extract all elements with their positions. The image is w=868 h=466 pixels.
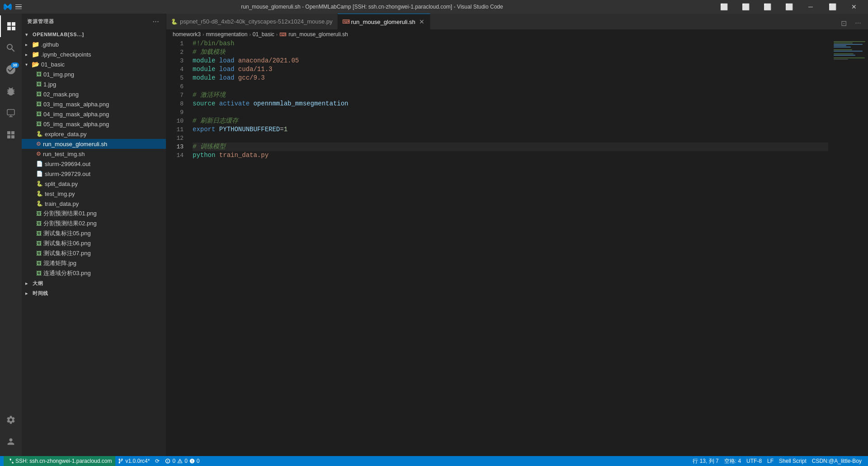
- file-tree-item-1jpg[interactable]: 🖼1.jpg: [22, 79, 166, 89]
- file-tree-item-05_img_mask_alpha[interactable]: 🖼05_img_mask_alpha.png: [22, 119, 166, 129]
- timeline-section[interactable]: 时间线: [22, 288, 166, 298]
- code-line-10[interactable]: # 刷新日志缓存: [193, 117, 828, 125]
- code-line-13[interactable]: # 训练模型: [193, 143, 828, 151]
- status-left: SSH: ssh.cn-zhongwei-1.paracloud.com v1.…: [4, 456, 203, 466]
- minimap-line: [834, 43, 853, 43]
- activity-search[interactable]: [0, 37, 22, 59]
- cursor-position[interactable]: 行 13, 列 7: [690, 456, 721, 466]
- code-line-14[interactable]: python train_data.py: [193, 151, 828, 160]
- hamburger-menu-icon[interactable]: [15, 3, 24, 11]
- restore-button[interactable]: ⬜: [822, 0, 843, 14]
- file-tree-item-04_img_mask_alpha[interactable]: 🖼04_img_mask_alpha.png: [22, 109, 166, 119]
- layout4-icon[interactable]: ⬜: [778, 0, 799, 14]
- sync-status[interactable]: ⟳: [152, 456, 162, 466]
- status-bar: SSH: ssh.cn-zhongwei-1.paracloud.com v1.…: [0, 456, 868, 466]
- layout2-icon[interactable]: ⬜: [735, 0, 756, 14]
- close-button[interactable]: ✕: [844, 0, 864, 14]
- breadcrumb-mmseg[interactable]: mmsegmentation: [206, 31, 247, 38]
- tree-root-header[interactable]: OPENMMLAB[SS...] 📄 📁 🔄 ⬆: [22, 29, 166, 39]
- token: PYTHONUNBUFFERED: [219, 125, 280, 134]
- file-tree-item-01_basic[interactable]: ▾📂01_basic: [22, 59, 166, 69]
- line-number-8: 8: [166, 100, 189, 108]
- new-folder-icon[interactable]: 📁: [137, 31, 145, 38]
- outline-section[interactable]: 大纲: [22, 278, 166, 288]
- code-line-11[interactable]: export PYTHONUNBUFFERED=1: [193, 125, 828, 134]
- token: python: [193, 151, 215, 160]
- line-ending-status[interactable]: LF: [764, 456, 776, 466]
- activity-account[interactable]: [0, 431, 22, 452]
- layout3-icon[interactable]: ⬜: [757, 0, 778, 14]
- file-tree-item-03_img_mask_alpha[interactable]: 🖼03_img_mask_alpha.png: [22, 99, 166, 109]
- tab-run-mouse[interactable]: ⌨ run_mouse_glomeruli.sh ✕: [338, 14, 430, 29]
- breadcrumb-01basic[interactable]: 01_basic: [253, 31, 274, 38]
- refresh-icon[interactable]: 🔄: [147, 31, 155, 38]
- split-editor-button[interactable]: ⊡: [837, 17, 850, 29]
- code-line-2[interactable]: # 加载模块: [193, 48, 828, 57]
- file-tree-item-run_test[interactable]: ⚙run_test_img.sh: [22, 149, 166, 159]
- code-line-7[interactable]: # 激活环境: [193, 91, 828, 100]
- code-content[interactable]: #!/bin/bash# 加载模块module load anaconda/20…: [189, 39, 832, 456]
- language-status[interactable]: Shell Script: [776, 456, 809, 466]
- file-tree-item-ipynb[interactable]: ▸📁.ipynb_checkpoints: [22, 49, 166, 59]
- sidebar-more-button[interactable]: ···: [151, 17, 160, 26]
- file-tree: ▸📁.github▸📁.ipynb_checkpoints▾📂01_basic🖼…: [22, 39, 166, 278]
- file-tree-item-run_mouse[interactable]: ⚙run_mouse_glomeruli.sh: [22, 139, 166, 149]
- file-tree-item-test_img[interactable]: 🐍test_img.py: [22, 189, 166, 199]
- line-number-11: 11: [166, 125, 189, 134]
- code-line-1[interactable]: #!/bin/bash: [193, 39, 828, 48]
- tab-close-button[interactable]: ✕: [418, 18, 425, 25]
- remote-status-item[interactable]: SSH: ssh.cn-zhongwei-1.paracloud.com: [4, 456, 115, 466]
- git-badge: 38: [11, 62, 19, 68]
- encoding-status[interactable]: UTF-8: [744, 456, 764, 466]
- git-branch-status[interactable]: v1.0.0rc4*: [115, 456, 152, 466]
- file-tree-item-split_data[interactable]: 🐍split_data.py: [22, 179, 166, 189]
- file-tree-item-hunxiao[interactable]: 🖼混淆矩阵.jpg: [22, 258, 166, 268]
- code-line-3[interactable]: module load anaconda/2021.05: [193, 57, 828, 65]
- file-tree-item-01_img[interactable]: 🖼01_img.png: [22, 69, 166, 79]
- file-tree-item-github[interactable]: ▸📁.github: [22, 39, 166, 49]
- file-tree-item-slurm299694[interactable]: 📄slurm-299694.out: [22, 159, 166, 169]
- activity-remote[interactable]: [0, 102, 22, 124]
- tab-pspnet[interactable]: 🐍 pspnet_r50-d8_4xb2-40k_cityscapes-512x…: [166, 14, 338, 29]
- activity-debug[interactable]: [0, 81, 22, 102]
- activity-settings[interactable]: [0, 409, 22, 431]
- file-tree-item-ceshi05[interactable]: 🖼测试集标注05.png: [22, 228, 166, 238]
- activity-git[interactable]: 38: [0, 59, 22, 81]
- folder-icon: 📁: [32, 51, 39, 58]
- code-line-6[interactable]: [193, 82, 828, 91]
- file-tree-item-train_data[interactable]: 🐍train_data.py: [22, 199, 166, 209]
- code-line-12[interactable]: [193, 134, 828, 143]
- file-tree-item-ceshi07[interactable]: 🖼测试集标注07.png: [22, 248, 166, 258]
- layout-icon[interactable]: ⬜: [713, 0, 734, 14]
- code-line-5[interactable]: module load gcc/9.3: [193, 74, 828, 82]
- indentation-status[interactable]: 空格: 4: [722, 456, 744, 466]
- file-tree-item-liantong[interactable]: 🖼连通域分析03.png: [22, 268, 166, 278]
- file-label: 分割预测结果01.png: [43, 209, 97, 218]
- more-tabs-button[interactable]: ···: [852, 17, 864, 29]
- file-tree-item-explore_data[interactable]: 🐍explore_data.py: [22, 129, 166, 139]
- activity-extensions[interactable]: [0, 124, 22, 146]
- file-tree-item-fenge02[interactable]: 🖼分割预测结果02.png: [22, 219, 166, 228]
- info-count: 0: [197, 458, 200, 464]
- code-line-4[interactable]: module load cuda/11.3: [193, 65, 828, 74]
- collapse-icon[interactable]: ⬆: [156, 31, 162, 38]
- outline-chevron-icon: [25, 281, 33, 286]
- code-line-9[interactable]: [193, 108, 828, 117]
- root-chevron-icon: [25, 32, 33, 37]
- errors-status[interactable]: 0 0 0: [162, 456, 202, 466]
- tree-root-label: OPENMMLAB[SS...]: [33, 32, 84, 37]
- code-line-8[interactable]: source activate opennmmlab_mmsegmentatio…: [193, 100, 828, 108]
- file-icon-png: 🖼: [36, 250, 42, 257]
- activity-explorer[interactable]: [0, 15, 22, 37]
- new-file-icon[interactable]: 📄: [127, 31, 135, 38]
- code-editor[interactable]: 1234567891011121314 #!/bin/bash# 加载模块mod…: [166, 39, 868, 456]
- minimize-button[interactable]: ─: [800, 0, 821, 14]
- file-label: test_img.py: [45, 190, 75, 197]
- file-tree-item-ceshi06[interactable]: 🖼测试集标注06.png: [22, 238, 166, 248]
- file-tree-item-fenge01[interactable]: 🖼分割预测结果01.png: [22, 209, 166, 219]
- file-tree-item-02_mask[interactable]: 🖼02_mask.png: [22, 89, 166, 99]
- breadcrumb-homework3[interactable]: homework3: [173, 31, 201, 38]
- file-tree-item-slurm299729[interactable]: 📄slurm-299729.out: [22, 169, 166, 179]
- sidebar-header-actions: ···: [151, 17, 160, 26]
- minimap-line: [834, 55, 855, 56]
